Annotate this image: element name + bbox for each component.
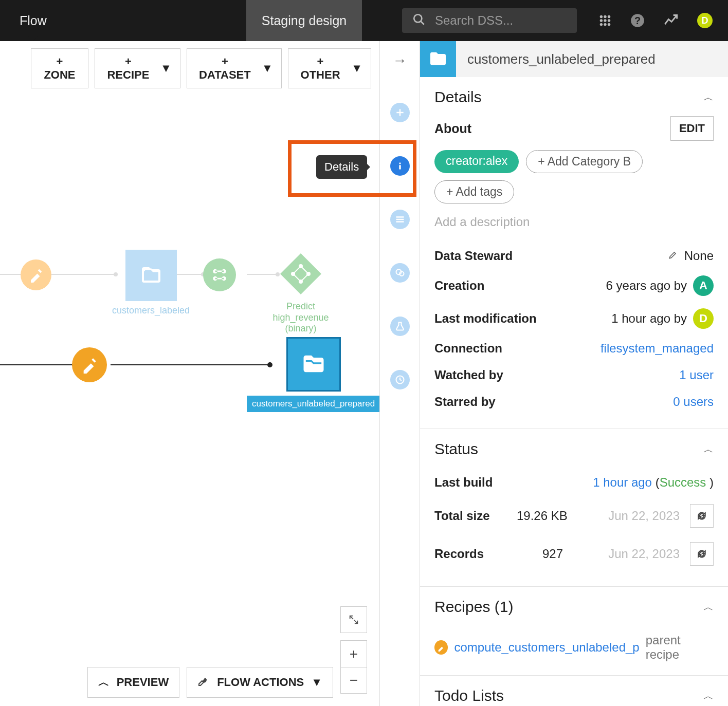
search-input[interactable]	[435, 13, 567, 28]
panel-title: customers_unlabeled_prepared	[456, 51, 667, 67]
svg-point-38	[399, 162, 401, 164]
recipe-row[interactable]: compute_customers_unlabeled_p parent rec…	[434, 626, 714, 662]
details-section: Details ︿ About EDIT creator:alex + Add …	[420, 77, 728, 429]
collapse-panel-button[interactable]: →	[393, 52, 407, 69]
svg-text:?: ?	[634, 15, 641, 26]
node-label: customers_labeled	[112, 305, 190, 317]
section-title: Todo Lists	[434, 687, 504, 704]
section-title: Status	[434, 440, 478, 458]
add-other-button[interactable]: + OTHER▼	[288, 48, 371, 88]
svg-point-9	[604, 23, 606, 26]
section-title: Details	[434, 88, 482, 106]
svg-line-1	[421, 21, 424, 25]
description-input[interactable]: Add a description	[434, 215, 714, 229]
size-label: Total size	[434, 509, 512, 523]
apps-icon[interactable]	[598, 14, 612, 27]
customers-unlabeled-prepared-dataset[interactable]: customers_unlabeled_prepared	[247, 337, 379, 412]
user-avatar-d[interactable]: D	[693, 308, 714, 329]
data-steward-label: Data Steward	[434, 249, 513, 263]
modification-label: Last modification	[434, 311, 537, 326]
schema-icon[interactable]	[390, 210, 410, 229]
svg-line-34	[350, 616, 353, 619]
staging-design-tab[interactable]: Staging design	[246, 0, 362, 41]
topbar-icons: ? D	[583, 0, 728, 41]
section-title: Recipes (1)	[434, 598, 513, 616]
dataset-icon	[420, 41, 456, 77]
action-row: + ZONE + RECIPE▼ + DATASET▼ + OTHER▼	[0, 41, 379, 96]
caret-down-icon: ▼	[351, 62, 362, 75]
modification-value: 1 hour ago by D	[611, 308, 714, 329]
details-panel: customers_unlabeled_prepared Details ︿ A…	[420, 41, 728, 706]
help-icon[interactable]: ?	[630, 13, 645, 28]
caret-down-icon: ▼	[311, 676, 322, 689]
prepare-recipe-node[interactable]	[21, 259, 51, 290]
add-category-button[interactable]: + Add Category B	[526, 150, 643, 173]
add-icon[interactable]	[390, 103, 410, 122]
about-label: About	[434, 121, 471, 136]
tag-row: creator:alex + Add Category B + Add tags	[434, 150, 714, 203]
watched-label: Watched by	[434, 368, 503, 382]
flow-actions-button[interactable]: FLOW ACTIONS ▼	[187, 667, 333, 698]
starred-value[interactable]: 0 users	[673, 395, 714, 409]
main-area: + ZONE + RECIPE▼ + DATASET▼ + OTHER▼	[0, 41, 728, 706]
search-box[interactable]	[402, 8, 577, 33]
bottom-bar: ︿ PREVIEW FLOW ACTIONS ▼	[0, 659, 379, 706]
flow-tab[interactable]: Flow	[0, 0, 66, 41]
recipe-icon	[434, 640, 448, 655]
chevron-up-icon[interactable]: ︿	[703, 600, 714, 614]
predict-model-node[interactable]: Predict high_revenue (binary)	[262, 251, 339, 335]
edit-button[interactable]: EDIT	[670, 116, 714, 141]
svg-point-6	[604, 19, 606, 22]
creator-tag[interactable]: creator:alex	[434, 150, 519, 173]
caret-down-icon: ▼	[262, 62, 273, 75]
creation-value: 6 years ago by A	[606, 275, 714, 296]
caret-down-icon: ▼	[160, 62, 172, 75]
user-avatar[interactable]: D	[697, 13, 713, 28]
side-rail: →	[379, 41, 420, 706]
refresh-size-button[interactable]	[690, 504, 714, 528]
records-label: Records	[434, 547, 512, 561]
add-recipe-button[interactable]: + RECIPE▼	[95, 48, 180, 88]
svg-point-2	[600, 15, 603, 18]
add-dataset-button[interactable]: + DATASET▼	[187, 48, 282, 88]
chevron-up-icon[interactable]: ︿	[703, 442, 714, 456]
connection-label: Connection	[434, 341, 502, 356]
svg-marker-25	[280, 253, 321, 294]
svg-rect-42	[396, 221, 404, 222]
refresh-records-button[interactable]	[690, 542, 714, 566]
topbar: Flow Staging design ? D	[0, 0, 728, 41]
preview-button[interactable]: ︿ PREVIEW	[87, 667, 179, 698]
details-tooltip: Details	[316, 155, 367, 179]
lab-icon[interactable]	[390, 317, 410, 336]
chevron-up-icon: ︿	[98, 675, 110, 690]
last-build-result: Success	[660, 475, 706, 489]
connection-value[interactable]: filesystem_managed	[600, 341, 714, 356]
history-icon[interactable]	[390, 370, 410, 389]
svg-rect-41	[396, 219, 404, 220]
add-zone-button[interactable]: + ZONE	[31, 48, 88, 88]
chevron-up-icon[interactable]: ︿	[703, 90, 714, 104]
starred-label: Starred by	[434, 395, 496, 409]
wrench-icon	[197, 675, 210, 690]
records-value: 927	[542, 547, 563, 561]
watched-value[interactable]: 1 user	[679, 368, 714, 382]
user-avatar-a[interactable]: A	[693, 275, 714, 296]
data-steward-value[interactable]: None	[668, 249, 714, 263]
customers-labeled-dataset[interactable]: customers_labeled	[112, 250, 190, 317]
svg-point-10	[608, 23, 610, 26]
prepare-recipe-active[interactable]	[72, 347, 107, 382]
last-build-time[interactable]: 1 hour ago	[593, 475, 652, 489]
node-label: customers_unlabeled_prepared	[247, 396, 379, 412]
activity-icon[interactable]	[663, 13, 679, 28]
svg-rect-40	[396, 216, 404, 218]
details-icon[interactable]	[390, 156, 410, 176]
discussions-icon[interactable]	[390, 263, 410, 283]
chevron-up-icon[interactable]: ︿	[703, 689, 714, 703]
flow-canvas[interactable]: customers_labeled Predict high_revenue (…	[0, 96, 379, 706]
train-model-node[interactable]	[203, 258, 236, 291]
svg-rect-39	[399, 165, 401, 169]
add-tags-button[interactable]: + Add tags	[434, 180, 514, 203]
recipe-type: parent recipe	[646, 633, 714, 662]
fullscreen-button[interactable]	[340, 606, 367, 633]
recipe-name[interactable]: compute_customers_unlabeled_p	[454, 640, 639, 655]
